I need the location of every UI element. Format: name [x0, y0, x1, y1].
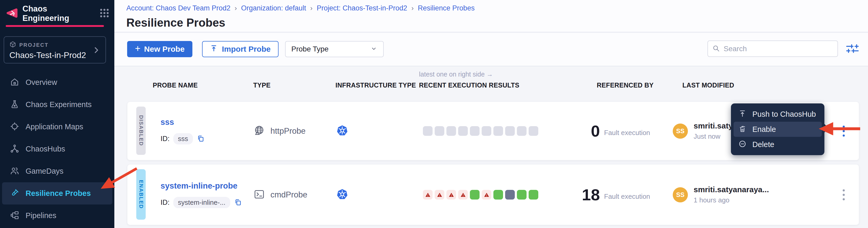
probe-row-system-inline-probe[interactable]: ENABLED system-inline-probe ID: system-i…	[127, 165, 859, 225]
target-icon	[10, 122, 19, 132]
kubernetes-icon	[336, 188, 348, 201]
toolbar: + New Probe Import Probe Probe Type	[114, 33, 868, 66]
probe-type-value: httpProbe	[271, 126, 305, 136]
execution-result-slate	[505, 190, 515, 200]
execution-result-warn	[482, 190, 491, 200]
sidebar-item-label: ChaosHubs	[26, 145, 65, 153]
home-icon	[10, 77, 19, 88]
page-title: Resilience Probes	[126, 16, 225, 29]
column-header-probe-name: PROBE NAME	[153, 82, 197, 89]
referenced-count: 18	[571, 186, 600, 204]
probe-name-link[interactable]: system-inline-probe	[160, 181, 242, 191]
sidebar-item-resilience-probes[interactable]: Resilience Probes	[2, 182, 112, 204]
probe-id-chip: system-inline-...	[173, 197, 230, 208]
new-probe-button[interactable]: + New Probe	[127, 41, 192, 57]
cube-icon	[9, 41, 16, 49]
breadcrumb-organization[interactable]: Organization: default	[241, 4, 306, 12]
results-note: latest one on right side →	[419, 70, 493, 78]
execution-result-gray	[423, 126, 433, 136]
breadcrumb-separator: ›	[310, 4, 313, 12]
menu-item-label: Delete	[752, 140, 774, 149]
sidebar-item-label: Resilience Probes	[26, 189, 91, 198]
row-menu-button[interactable]	[838, 102, 849, 160]
new-probe-label: New Probe	[144, 45, 185, 54]
breadcrumb: Account: Chaos Dev Team Prod2 › Organiza…	[126, 4, 474, 12]
referenced-label: Fault execution	[604, 129, 650, 137]
modified-by: smriti.satyanaraya...	[693, 185, 769, 194]
execution-result-warn	[423, 190, 433, 200]
search-icon	[712, 45, 720, 53]
search-box	[708, 40, 838, 57]
menu-item-push-to-chaoshub[interactable]: Push to ChaosHub	[734, 107, 822, 122]
execution-result-green	[493, 190, 503, 200]
flask-icon	[10, 99, 19, 110]
sidebar-item-overview[interactable]: Overview	[2, 71, 112, 93]
column-header-last-modified: LAST MODIFIED	[682, 82, 734, 89]
terminal-icon	[253, 188, 265, 201]
execution-result-gray	[470, 126, 479, 136]
sidebar-item-label: Overview	[26, 78, 57, 87]
sidebar-item-gamedays[interactable]: GameDays	[2, 160, 112, 182]
page-header: Account: Chaos Dev Team Prod2 › Organiza…	[114, 0, 868, 32]
breadcrumb-separator: ›	[411, 4, 414, 12]
breadcrumb-account[interactable]: Account: Chaos Dev Team Prod2	[126, 4, 230, 12]
id-label: ID:	[160, 135, 170, 143]
project-label: PROJECT	[19, 42, 49, 48]
column-header-recent-execution-results: RECENT EXECUTION RESULTS	[419, 82, 520, 89]
probe-type-select[interactable]: Probe Type	[285, 41, 384, 57]
referenced-label: Fault execution	[604, 193, 650, 201]
sidebar: Chaos Engineering PROJECT Chao	[0, 0, 114, 228]
menu-item-delete[interactable]: Delete	[734, 137, 822, 152]
menu-item-enable[interactable]: Enable	[734, 122, 822, 137]
column-header-referenced-by: REFERENCED BY	[597, 82, 654, 89]
circle-minus-icon	[738, 140, 747, 149]
recent-execution-results	[423, 102, 538, 160]
column-header-type: TYPE	[253, 82, 271, 89]
sidebar-item-pipelines[interactable]: Pipelines	[2, 204, 112, 227]
sidebar-item-application-maps[interactable]: Application Maps	[2, 116, 112, 138]
menu-item-label: Push to ChaosHub	[752, 110, 816, 119]
execution-result-gray	[505, 126, 515, 136]
import-probe-button[interactable]: Import Probe	[202, 41, 279, 57]
breadcrumb-separator: ›	[235, 4, 237, 12]
row-menu-button[interactable]	[838, 165, 849, 225]
execution-result-warn	[458, 190, 468, 200]
sidebar-item-label: GameDays	[26, 167, 63, 175]
status-badge-enabled: ENABLED	[136, 169, 146, 220]
column-header-infrastructure-type: INFRASTRUCTURE TYPE	[336, 82, 416, 89]
search-input[interactable]	[724, 45, 833, 53]
upload-icon	[210, 45, 218, 54]
referenced-count: 0	[571, 122, 600, 140]
sidebar-item-chaos-experiments[interactable]: Chaos Experiments	[2, 93, 112, 116]
breadcrumb-project[interactable]: Project: Chaos-Test-in-Prod2	[317, 4, 407, 12]
test-tube-icon	[10, 188, 19, 199]
project-selector[interactable]: PROJECT Chaos-Test-in-Prod2	[4, 36, 106, 63]
probe-name-link[interactable]: sss	[160, 117, 205, 127]
pipelines-icon	[10, 210, 19, 221]
execution-result-gray	[446, 126, 456, 136]
globe-warning-icon	[253, 124, 265, 138]
probe-id-chip: sss	[173, 133, 193, 144]
app-header: Chaos Engineering	[0, 0, 114, 23]
menu-item-label: Enable	[752, 125, 776, 134]
trash-icon	[738, 124, 747, 134]
execution-result-gray	[435, 126, 444, 136]
context-menu: Push to ChaosHub Enable Delete	[731, 104, 825, 155]
chevron-down-icon	[370, 45, 377, 53]
probe-type-value: cmdProbe	[271, 190, 307, 200]
copy-icon[interactable]	[234, 198, 242, 207]
avatar: SS	[673, 187, 688, 202]
probe-type-label: Probe Type	[291, 45, 329, 53]
execution-result-warn	[446, 190, 456, 200]
copy-icon[interactable]	[196, 135, 205, 143]
push-upload-icon	[738, 109, 747, 119]
execution-result-green	[517, 190, 527, 200]
filter-settings-icon[interactable]	[845, 42, 859, 55]
sidebar-item-label: Chaos Experiments	[26, 100, 92, 109]
sidebar-item-label: Pipelines	[26, 211, 56, 220]
execution-result-gray	[517, 126, 527, 136]
module-grid-icon[interactable]	[100, 8, 109, 19]
breadcrumb-current[interactable]: Resilience Probes	[418, 4, 475, 12]
status-badge-disabled: DISABLED	[136, 107, 146, 155]
sidebar-item-chaoshubs[interactable]: ChaosHubs	[2, 138, 112, 160]
